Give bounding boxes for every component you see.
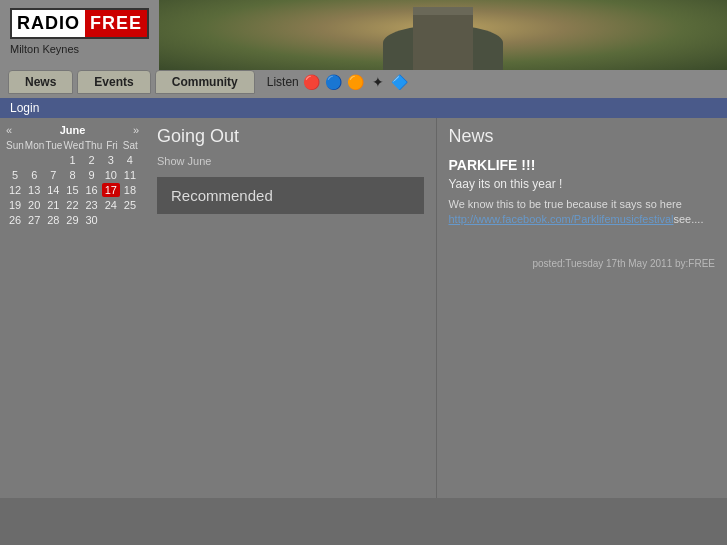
going-out-section: Going Out Show June Recommended xyxy=(145,118,437,498)
cal-cell[interactable]: 10 xyxy=(102,168,120,182)
cal-day-wed: Wed xyxy=(64,140,84,151)
cal-cell[interactable]: 1 xyxy=(63,153,81,167)
logo-area: RADIO FREE Milton Keynes xyxy=(0,0,159,63)
calendar-grid: 1 2 3 4 5 6 7 8 9 10 11 12 13 14 15 16 1… xyxy=(6,153,139,227)
news-link[interactable]: http://www.facebook.com/Parklifemusicfes… xyxy=(449,213,674,225)
listen-icon-5[interactable]: 🔷 xyxy=(391,73,409,91)
cal-cell[interactable]: 14 xyxy=(44,183,62,197)
news-headline[interactable]: PARKLIFE !!! xyxy=(449,157,716,173)
header-banner xyxy=(159,0,727,70)
cal-cell[interactable]: 7 xyxy=(44,168,62,182)
location-text: Milton Keynes xyxy=(10,43,79,55)
news-posted: posted:Tuesday 17th May 2011 by:FREE xyxy=(449,258,716,269)
cal-cell[interactable]: 23 xyxy=(83,198,101,212)
cal-cell[interactable]: 21 xyxy=(44,198,62,212)
cal-day-mon: Mon xyxy=(25,140,44,151)
cal-cell[interactable]: 25 xyxy=(121,198,139,212)
calendar-header: « June » xyxy=(6,124,139,136)
cal-cell[interactable]: 20 xyxy=(25,198,43,212)
logo-radio: RADIO xyxy=(12,10,85,37)
news-more: see.... xyxy=(673,213,703,225)
listen-area: Listen 🔴 🔵 🟠 ✦ 🔷 xyxy=(267,73,409,91)
listen-icon-4[interactable]: ✦ xyxy=(369,73,387,91)
nav-tab-news[interactable]: News xyxy=(8,70,73,94)
cal-day-fri: Fri xyxy=(103,140,120,151)
cal-cell xyxy=(121,213,139,227)
listen-icon-1[interactable]: 🔴 xyxy=(303,73,321,91)
login-bar[interactable]: Login xyxy=(0,98,727,118)
cal-cell[interactable]: 12 xyxy=(6,183,24,197)
cal-cell[interactable]: 18 xyxy=(121,183,139,197)
content-area: Going Out Show June Recommended News PAR… xyxy=(145,118,727,498)
nav-bar: News Events Community Listen 🔴 🔵 🟠 ✦ 🔷 xyxy=(0,70,727,98)
cal-day-tue: Tue xyxy=(45,140,62,151)
cal-cell[interactable]: 16 xyxy=(83,183,101,197)
recommended-text: Recommended xyxy=(171,187,273,204)
cal-cell[interactable]: 3 xyxy=(102,153,120,167)
cal-cell[interactable]: 13 xyxy=(25,183,43,197)
listen-icon-3[interactable]: 🟠 xyxy=(347,73,365,91)
cal-cell[interactable]: 27 xyxy=(25,213,43,227)
cal-day-thu: Thu xyxy=(85,140,102,151)
cal-cell[interactable]: 24 xyxy=(102,198,120,212)
news-title: News xyxy=(449,126,716,147)
cal-cell[interactable]: 22 xyxy=(63,198,81,212)
main: « June » Sun Mon Tue Wed Thu Fri Sat 1 2 xyxy=(0,118,727,498)
cal-cell[interactable]: 19 xyxy=(6,198,24,212)
cal-cell xyxy=(6,153,24,167)
cal-next-arrow[interactable]: » xyxy=(133,124,139,136)
calendar-days-header: Sun Mon Tue Wed Thu Fri Sat xyxy=(6,140,139,151)
cal-cell[interactable]: 6 xyxy=(25,168,43,182)
cal-cell[interactable]: 28 xyxy=(44,213,62,227)
cal-cell[interactable]: 26 xyxy=(6,213,24,227)
login-label[interactable]: Login xyxy=(10,101,39,115)
header: RADIO FREE Milton Keynes xyxy=(0,0,727,70)
news-body: We know this to be true because it says … xyxy=(449,197,716,228)
cal-cell[interactable]: 5 xyxy=(6,168,24,182)
cal-cell-today[interactable]: 17 xyxy=(102,183,120,197)
calendar-month: June xyxy=(60,124,86,136)
cal-cell[interactable]: 30 xyxy=(83,213,101,227)
calendar: « June » Sun Mon Tue Wed Thu Fri Sat 1 2 xyxy=(6,124,139,227)
cal-cell[interactable]: 8 xyxy=(63,168,81,182)
news-section: News PARKLIFE !!! Yaay its on this year … xyxy=(437,118,728,498)
cal-cell[interactable]: 9 xyxy=(83,168,101,182)
cal-day-sat: Sat xyxy=(122,140,139,151)
listen-label: Listen xyxy=(267,75,299,89)
cal-cell[interactable]: 11 xyxy=(121,168,139,182)
header-banner-image xyxy=(159,0,727,70)
sidebar: « June » Sun Mon Tue Wed Thu Fri Sat 1 2 xyxy=(0,118,145,498)
nav-tab-events[interactable]: Events xyxy=(77,70,150,94)
cal-day-sun: Sun xyxy=(6,140,24,151)
cal-cell[interactable]: 15 xyxy=(63,183,81,197)
going-out-title: Going Out xyxy=(157,126,424,147)
cal-cell xyxy=(25,153,43,167)
cal-cell xyxy=(44,153,62,167)
recommended-box: Recommended xyxy=(157,177,424,214)
cal-prev-arrow[interactable]: « xyxy=(6,124,12,136)
logo-free: FREE xyxy=(85,10,147,37)
show-june-link[interactable]: Show June xyxy=(157,155,424,167)
news-body-text: We know this to be true because it says … xyxy=(449,198,682,210)
cal-cell[interactable]: 2 xyxy=(83,153,101,167)
logo-box: RADIO FREE xyxy=(10,8,149,39)
news-subtitle: Yaay its on this year ! xyxy=(449,177,716,191)
nav-tab-community[interactable]: Community xyxy=(155,70,255,94)
cal-cell[interactable]: 4 xyxy=(121,153,139,167)
cal-cell[interactable]: 29 xyxy=(63,213,81,227)
cal-cell xyxy=(102,213,120,227)
listen-icon-2[interactable]: 🔵 xyxy=(325,73,343,91)
